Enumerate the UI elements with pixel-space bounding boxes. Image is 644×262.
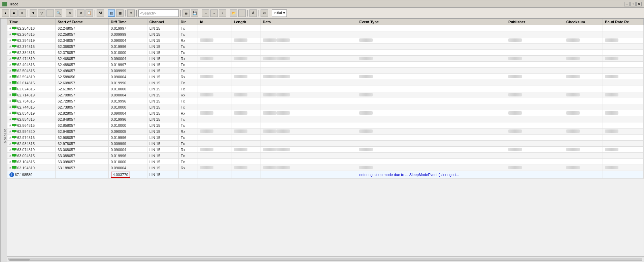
cell-publisher (506, 50, 564, 56)
toolbar-btn-del[interactable]: ✕ (66, 9, 73, 17)
cell-length (232, 50, 261, 56)
font-icon: A (252, 11, 255, 15)
cell-event (357, 104, 506, 110)
toolbar-btn-next[interactable]: → (210, 9, 218, 17)
cell-diff: 0.010000 (109, 50, 147, 56)
cell-publisher (506, 31, 564, 37)
table-row: # 62.864815 62.858057 0.010000 LIN 15 Tx (7, 122, 644, 128)
cell-baud (603, 110, 643, 116)
cell-channel: LIN 15 (147, 31, 178, 37)
cell-diff: 0.019997 (109, 25, 147, 31)
toolbar-btn-paste[interactable]: 📋 (86, 9, 93, 17)
cell-sof: 62.948057 (56, 128, 109, 135)
cell-id (198, 68, 232, 74)
cell-id (198, 92, 232, 98)
msg-icon (12, 81, 16, 85)
col-header-diff: Diff Time (109, 19, 147, 25)
print-icon: 🖨 (184, 11, 188, 15)
cell-baud (603, 159, 643, 165)
cell-dir: Rx (178, 37, 198, 43)
toolbar-btn-down[interactable]: ↓ (219, 9, 226, 17)
cell-time: # 62.494816 (7, 62, 56, 68)
close-button[interactable]: ✕ (636, 2, 642, 6)
cell-time: # 62.864815 (7, 122, 56, 128)
cell-baud (603, 135, 643, 141)
view2-icon: ▦ (118, 11, 122, 15)
hash-icon: # (9, 130, 11, 133)
cell-id (198, 37, 232, 43)
toolbar-btn-3[interactable]: ⏸ (19, 9, 26, 17)
event-text: entering sleep mode due to ... SleepMode… (359, 173, 459, 177)
cell-length (232, 153, 261, 159)
cell-data (261, 98, 357, 104)
toolbar-btn-export[interactable]: ⬆ (127, 9, 135, 17)
scrollbar-thumb[interactable] (9, 259, 30, 261)
toolbar-btn-filter2[interactable]: ▽ (38, 9, 45, 17)
toolbar-btn-delta[interactable]: Δt (97, 9, 104, 17)
toolbar-btn-view2[interactable]: ▦ (116, 9, 124, 17)
sep-9 (200, 10, 200, 17)
toolbar-btn-copy[interactable]: ⧉ (77, 9, 84, 17)
left-ruler: 0:00:01:05 (0, 19, 7, 262)
cell-publisher (506, 80, 564, 86)
cell-sof: 62.738057 (56, 104, 109, 110)
cell-id (198, 110, 232, 116)
cell-checksum (564, 147, 603, 153)
cell-publisher (506, 147, 564, 153)
hash-icon: # (9, 45, 11, 48)
cell-dir: Tx (178, 62, 198, 68)
title-bar: Trace ─ □ ✕ (0, 0, 644, 8)
toolbar-btn-font[interactable]: A (249, 9, 257, 17)
table-row: # 62.624815 62.618057 0.010000 LIN 15 Tx (7, 86, 644, 92)
toolbar-btn-minus[interactable]: − (238, 9, 246, 17)
last-cell-data (261, 171, 357, 179)
initial-dropdown[interactable]: Initial ▾ (272, 9, 287, 17)
cell-publisher (506, 165, 564, 171)
maximize-button[interactable]: □ (630, 2, 636, 6)
last-cell-baud (603, 171, 643, 179)
col-header-event: Event Type (357, 19, 506, 25)
horizontal-scrollbar[interactable] (7, 256, 644, 262)
msg-icon (12, 142, 16, 145)
msg-icon (12, 39, 16, 42)
cell-checksum (564, 62, 603, 68)
scrollbar-track[interactable] (8, 258, 642, 261)
cell-checksum (564, 135, 603, 141)
toolbar-btn-2[interactable]: ■ (10, 9, 18, 17)
toolbar-btn-print[interactable]: 🖨 (182, 9, 190, 17)
cell-data (261, 110, 357, 116)
cell-length (232, 159, 261, 165)
hash-icon: # (9, 112, 11, 115)
cell-diff: 0.010000 (109, 86, 147, 92)
cell-length (232, 128, 261, 135)
toolbar-btn-save[interactable]: 💾 (191, 9, 198, 17)
cell-checksum (564, 43, 603, 50)
toolbar-btn-open[interactable]: 📂 (230, 9, 237, 17)
cell-channel: LIN 15 (147, 25, 178, 31)
cell-time: # 62.504815 (7, 68, 56, 74)
toolbar-btn-prev[interactable]: ← (202, 9, 209, 17)
toolbar-btn-1[interactable]: ● (2, 9, 9, 17)
last-cell-dir (178, 171, 198, 179)
minimize-button[interactable]: ─ (624, 2, 630, 6)
cell-diff: 0.019996 (109, 153, 147, 159)
table-container[interactable]: Time Start of Frame Diff Time Channel Di… (7, 19, 644, 256)
last-cell-publisher (506, 171, 564, 179)
main-window: Trace ─ □ ✕ ● ■ ⏸ ▼ ▽ ☰ 🔍 ✕ ⧉ 📋 Δt ▤ ▦ ⬆… (0, 0, 644, 262)
table-row: # 62.974816 62.968057 0.019996 LIN 15 Tx (7, 135, 644, 141)
initial-label: Initial ▾ (273, 11, 285, 15)
cell-time: # 62.594819 (7, 74, 56, 80)
toolbar-btn-col[interactable]: ☰ (46, 9, 54, 17)
sep-1 (28, 10, 28, 17)
toolbar-btn-color[interactable]: ▭ (261, 9, 268, 17)
next-icon: → (212, 11, 216, 15)
cell-event (357, 62, 506, 68)
toolbar-btn-filter[interactable]: ▼ (30, 9, 37, 17)
cell-checksum (564, 104, 603, 110)
cell-dir: Rx (178, 147, 198, 153)
cell-data (261, 43, 357, 50)
toolbar-btn-search2[interactable]: 🔍 (55, 9, 62, 17)
ruler-label: 0:00:01:05 (4, 129, 7, 143)
search-input[interactable] (138, 9, 179, 17)
toolbar-btn-view1[interactable]: ▤ (108, 9, 115, 17)
